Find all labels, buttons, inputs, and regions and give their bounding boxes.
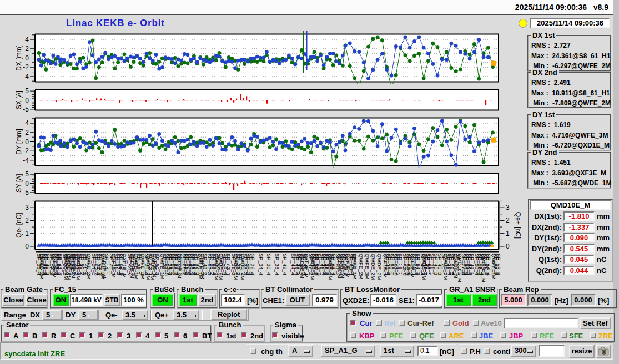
svg-text:SP_32_4: SP_32_4 (250, 254, 255, 275)
svg-text:SP_A4_4: SP_A4_4 (486, 254, 491, 276)
svg-text:0: 0 (25, 180, 29, 188)
svg-text:QXF1E_M: QXF1E_M (122, 254, 127, 278)
svg-text:-2: -2 (23, 147, 29, 155)
svg-text:2: 2 (25, 45, 29, 53)
svg-text:-4: -4 (23, 73, 29, 80)
svg-text:SP_36_4: SP_36_4 (266, 254, 271, 275)
svg-text:QWFE_3M: QWFE_3M (364, 254, 370, 280)
svg-text:SY [A]: SY [A] (15, 174, 23, 193)
svg-text:SP_38_4: SP_38_4 (274, 254, 280, 275)
svg-text:SP_50_3: SP_50_3 (154, 254, 160, 275)
svg-text:2: 2 (25, 216, 29, 224)
svg-text:QWDE_3M: QWDE_3M (370, 254, 376, 280)
svg-text:2: 2 (25, 129, 29, 136)
svg-text:SP_18_2: SP_18_2 (496, 254, 501, 275)
svg-text:0: 0 (25, 54, 29, 62)
svg-text:5: 5 (25, 170, 29, 178)
svg-text:SX [A]: SX [A] (15, 90, 23, 109)
svg-text:0: 0 (506, 242, 510, 250)
svg-text:SP_A3_7: SP_A3_7 (225, 254, 231, 276)
svg-text:3: 3 (506, 204, 510, 211)
svg-text:-4: -4 (23, 156, 29, 164)
svg-text:QWFE_1M: QWFE_1M (352, 254, 358, 280)
svg-text:3: 3 (25, 204, 29, 211)
svg-text:DX [mm]: DX [mm] (15, 45, 23, 71)
svg-text:Qe- [nC]: Qe- [nC] (15, 213, 23, 237)
svg-text:QWFE_2M: QWFE_2M (86, 254, 92, 280)
svg-text:-5: -5 (23, 189, 29, 196)
svg-text:SP_14_1: SP_14_1 (104, 254, 109, 275)
svg-text:DY [mm]: DY [mm] (15, 129, 23, 154)
svg-text:-2: -2 (23, 63, 29, 71)
svg-text:5: 5 (25, 87, 29, 95)
svg-text:0: 0 (25, 242, 29, 250)
svg-text:Qe+ [nC]: Qe+ [nC] (514, 212, 522, 239)
svg-text:0: 0 (25, 97, 29, 104)
svg-text:1: 1 (506, 230, 510, 237)
svg-text:QWDE_2M: QWDE_2M (376, 254, 382, 280)
svg-text:-5: -5 (23, 105, 29, 113)
svg-text:SP_42_4: SP_42_4 (282, 254, 288, 275)
svg-text:4: 4 (25, 119, 29, 127)
svg-text:SP_16_1: SP_16_1 (397, 254, 403, 275)
svg-text:SP_48_1: SP_48_1 (469, 254, 475, 275)
svg-text:0: 0 (25, 138, 29, 146)
svg-text:QWFE_2M: QWFE_2M (358, 254, 364, 280)
svg-text:1: 1 (25, 230, 29, 237)
svg-text:4: 4 (25, 36, 29, 43)
svg-text:SP_34_4: SP_34_4 (258, 254, 264, 275)
svg-text:2: 2 (506, 216, 510, 224)
